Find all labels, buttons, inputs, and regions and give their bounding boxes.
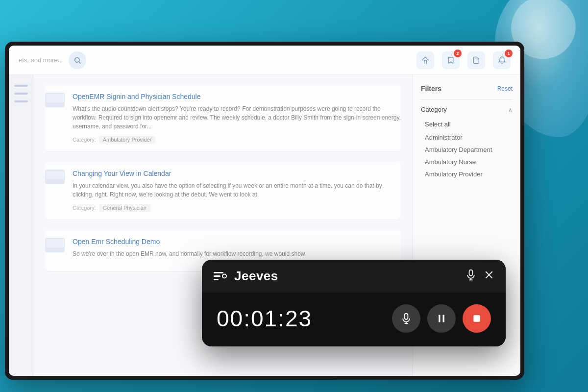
left-strip (9, 75, 33, 376)
video-category-1: Category: Ambulatory Provider (73, 136, 401, 144)
video-desc-3: So we're over in the open EMR now, and n… (73, 249, 401, 258)
bookmark-button[interactable]: 2 (442, 51, 460, 69)
strip-bar-1 (14, 85, 28, 87)
video-title-2[interactable]: Changing Your View in Calendar (73, 170, 401, 177)
pause-button[interactable] (427, 304, 456, 333)
filters-title: Filters (421, 85, 441, 93)
administrator-label: Administrator (425, 134, 463, 141)
home-icon (421, 56, 430, 65)
jeeves-body: 00:01:23 (202, 293, 506, 346)
mic-button[interactable] (392, 304, 420, 333)
video-info-2: Changing Your View in Calendar In your c… (73, 170, 401, 212)
bell-button[interactable]: 1 (493, 51, 511, 69)
nav-left: ets, and more... (19, 51, 86, 69)
top-nav: ets, and more... (9, 46, 520, 75)
svg-rect-2 (214, 272, 223, 273)
jeeves-widget: Jeeves (202, 260, 506, 346)
thumbnail-1 (45, 93, 65, 107)
thumbnail-3 (45, 238, 65, 252)
category-tag-2: General Physician (99, 204, 150, 212)
filter-administrator[interactable]: Administrator (421, 131, 513, 144)
stop-button[interactable] (463, 304, 491, 333)
jeeves-right (466, 269, 494, 284)
jeeves-header: Jeeves (202, 260, 506, 293)
controls (392, 304, 491, 333)
strip-bar-3 (14, 100, 28, 102)
jeeves-logo-icon (214, 271, 227, 282)
video-card-2: Changing Your View in Calendar In your c… (45, 162, 401, 220)
ambulatory-department-label: Ambulatory Department (425, 146, 492, 153)
mic-icon (401, 313, 412, 324)
svg-rect-15 (443, 315, 444, 322)
close-icon (484, 270, 494, 280)
filter-lines-icon (214, 271, 227, 282)
search-hint: ets, and more... (19, 56, 63, 64)
category-section-title: Category (421, 106, 447, 113)
chevron-up-icon: ∧ (508, 106, 513, 113)
bookmark-icon (447, 56, 455, 65)
jeeves-title: Jeeves (234, 269, 278, 284)
svg-rect-5 (214, 279, 219, 280)
filter-ambulatory-nurse[interactable]: Ambulatory Nurse (421, 156, 513, 168)
filter-ambulatory-provider[interactable]: Ambulatory Provider (421, 168, 513, 180)
bell-icon (498, 56, 506, 65)
category-label-1: Category: (73, 137, 96, 143)
filter-select-all[interactable]: Select all (421, 118, 513, 130)
mic-header-icon (466, 269, 476, 281)
select-all-label: Select all (425, 121, 451, 128)
monitor-screen: ets, and more... (9, 46, 520, 376)
video-desc-1: What's the audio countdown alert stops? … (73, 104, 401, 131)
search-icon (74, 56, 81, 64)
search-button[interactable] (69, 51, 86, 69)
video-info-1: OpenEMR Signin and Physician Schedule Wh… (73, 93, 401, 144)
svg-point-4 (222, 274, 226, 278)
nav-right: 2 1 (416, 51, 511, 69)
monitor-frame: ets, and more... (5, 42, 524, 380)
jeeves-close-button[interactable] (484, 270, 494, 283)
reset-button[interactable]: Reset (497, 85, 513, 92)
filters-header: Filters Reset (421, 85, 513, 93)
ambulatory-provider-label: Ambulatory Provider (425, 171, 483, 178)
category-label-2: Category: (73, 205, 96, 211)
bell-badge: 1 (505, 49, 513, 57)
pause-icon (437, 313, 446, 324)
svg-rect-16 (473, 315, 480, 321)
svg-rect-6 (469, 270, 473, 275)
svg-rect-11 (405, 314, 408, 319)
stop-icon (472, 314, 482, 323)
svg-point-0 (75, 57, 79, 62)
bookmark-badge: 2 (454, 49, 462, 57)
svg-rect-3 (214, 275, 220, 277)
video-desc-2: In your calendar view, you also have the… (73, 181, 401, 199)
thumbnail-2 (45, 170, 65, 184)
jeeves-mic-header-button[interactable] (466, 269, 476, 284)
strip-bar-2 (14, 93, 28, 95)
video-card-1: OpenEMR Signin and Physician Schedule Wh… (45, 85, 401, 152)
category-section: Category ∧ Select all Administrator Ambu… (421, 99, 513, 180)
ambulatory-nurse-label: Ambulatory Nurse (425, 158, 476, 166)
category-tag-1: Ambulatory Provider (99, 136, 156, 144)
home-button[interactable] (416, 51, 434, 69)
video-title-1[interactable]: OpenEMR Signin and Physician Schedule (73, 93, 401, 100)
filter-ambulatory-department[interactable]: Ambulatory Department (421, 144, 513, 156)
svg-line-1 (79, 62, 81, 64)
video-title-3[interactable]: Open Emr Scheduling Demo (73, 238, 401, 245)
svg-rect-14 (439, 315, 440, 322)
category-header: Category ∧ (421, 106, 513, 113)
document-icon (472, 56, 480, 65)
timer-display: 00:01:23 (217, 305, 312, 332)
jeeves-left: Jeeves (214, 269, 278, 284)
video-category-2: Category: General Physician (73, 204, 401, 212)
document-button[interactable] (467, 51, 485, 69)
